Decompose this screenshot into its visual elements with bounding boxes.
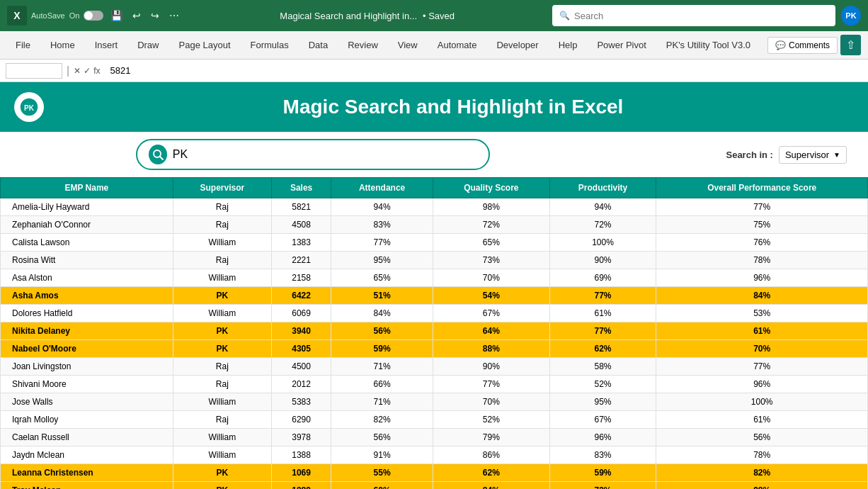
more-tools-button[interactable]: ⋯ [166,9,182,23]
search-in-wrapper: Search in : Supervisor ▼ [726,146,847,164]
logo-circle: PK [14,92,44,122]
ribbon: File Home Insert Draw Page Layout Formul… [0,31,868,60]
undo-button[interactable]: ↩ [130,9,144,23]
tab-page-layout[interactable]: Page Layout [171,35,239,55]
title-bar: X AutoSave On 💾 ↩ ↪ ⋯ Magical Search and… [0,0,868,31]
col-attendance: Attendance [331,178,433,198]
chevron-down-icon: ▼ [833,151,840,159]
saved-status: • Saved [423,11,455,21]
col-emp-name: EMP Name [1,178,173,198]
table-header-row: EMP Name Supervisor Sales Attendance Qua… [1,178,868,198]
autosave-label: AutoSave [31,11,65,20]
table-row: Asa AlstonWilliam215865%70%69%96% [1,269,868,287]
table-row: Rosina WittRaj222195%73%90%78% [1,252,868,269]
col-quality-score: Quality Score [433,178,549,198]
tab-home[interactable]: Home [42,35,84,55]
search-box-main[interactable] [136,139,490,170]
autosave-state: On [69,11,80,20]
user-avatar[interactable]: PK [841,6,861,26]
tab-file[interactable]: File [7,35,39,55]
table-row: Nabeel O'MoorePK430559%88%62%70% [1,340,868,358]
search-dropdown[interactable]: Supervisor ▼ [779,146,847,164]
table-row: Troy McleanPK198960%84%72%98% [1,482,868,490]
confirm-formula-icon[interactable]: ✓ [84,66,91,76]
title-search-icon: 🔍 [559,11,570,21]
tab-automate[interactable]: Automate [429,35,486,55]
table-body: Amelia-Lily HaywardRaj582194%98%94%77%Ze… [1,198,868,490]
formula-bar-icons: ✕ ✓ fx [74,66,100,76]
col-overall-score: Overall Performance Score [656,178,868,198]
title-bar-center: Magical Search and Highlight in... • Sav… [188,11,547,21]
tab-developer[interactable]: Developer [488,35,547,55]
table-row: Iqrah MolloyRaj629082%52%67%61% [1,411,868,429]
table-row: Jaydn McleanWilliam138891%86%83%78% [1,446,868,464]
save-button[interactable]: 💾 [108,9,125,23]
table-container: EMP Name Supervisor Sales Attendance Qua… [0,177,868,489]
tab-view[interactable]: View [389,35,426,55]
table-row: Shivani MooreRaj201266%77%52%96% [1,376,868,393]
table-row: Amelia-Lily HaywardRaj582194%98%94%77% [1,198,868,216]
table-row: Dolores HatfieldWilliam606984%67%61%53% [1,305,868,322]
table-row: Caelan RussellWilliam397856%79%96%56% [1,429,868,446]
table-row: Nikita DelaneyPK394056%64%77%61% [1,322,868,340]
redo-button[interactable]: ↪ [148,9,162,23]
table-row: Jose WallsWilliam538371%70%95%100% [1,393,868,411]
search-main-input[interactable] [173,148,477,161]
search-wrapper: Search in : Supervisor ▼ [0,132,868,177]
tab-data[interactable]: Data [300,35,336,55]
table-row: Leanna ChristensenPK106955%62%59%82% [1,464,868,482]
col-productivity: Productivity [549,178,656,198]
tab-review[interactable]: Review [339,35,387,55]
svg-line-3 [160,157,163,159]
header-banner: PK Magic Search and Highlight in Excel [0,82,868,132]
tab-draw[interactable]: Draw [129,35,167,55]
dropdown-value: Supervisor [785,150,829,160]
title-search-input[interactable] [574,11,828,21]
name-box[interactable] [6,63,62,79]
comments-icon: 💬 [775,40,786,50]
title-search-box[interactable]: 🔍 [552,5,835,26]
svg-text:PK: PK [24,104,35,112]
share-button[interactable]: ⇧ [840,35,861,55]
title-bar-left: X AutoSave On 💾 ↩ ↪ ⋯ [7,6,182,26]
tab-formulas[interactable]: Formulas [242,35,297,55]
col-supervisor: Supervisor [173,178,271,198]
formula-bar: | ✕ ✓ fx 5821 [0,60,868,82]
comments-label: Comments [789,40,830,50]
tab-pk-utility[interactable]: PK's Utility Tool V3.0 [658,35,759,55]
table-row: Joan LivingstonRaj450071%90%58%77% [1,358,868,376]
tab-insert[interactable]: Insert [86,35,127,55]
main-content: PK Magic Search and Highlight in Excel S… [0,82,868,489]
tab-help[interactable]: Help [550,35,586,55]
formula-bar-divider: | [67,64,69,77]
data-table: EMP Name Supervisor Sales Attendance Qua… [0,177,868,489]
table-row: Zephaniah O'ConnorRaj450883%72%72%75% [1,216,868,234]
banner-title: Magic Search and Highlight in Excel [52,96,854,118]
search-main-icon [149,145,167,164]
comments-button[interactable]: 💬 Comments [767,37,838,54]
col-sales: Sales [271,178,331,198]
table-row: Asha AmosPK642251%54%77%84% [1,287,868,305]
tab-power-pivot[interactable]: Power Pivot [588,35,654,55]
table-row: Calista LawsonWilliam138377%65%100%76% [1,234,868,252]
search-in-label: Search in : [726,150,772,160]
title-bar-right: 🔍 PK [552,5,861,26]
excel-logo: X [7,6,27,26]
formula-value: 5821 [105,65,863,76]
autosave-toggle[interactable] [84,11,103,21]
document-title: Magical Search and Highlight in... [280,11,417,21]
function-icon[interactable]: fx [93,66,100,76]
cancel-formula-icon[interactable]: ✕ [74,66,81,76]
